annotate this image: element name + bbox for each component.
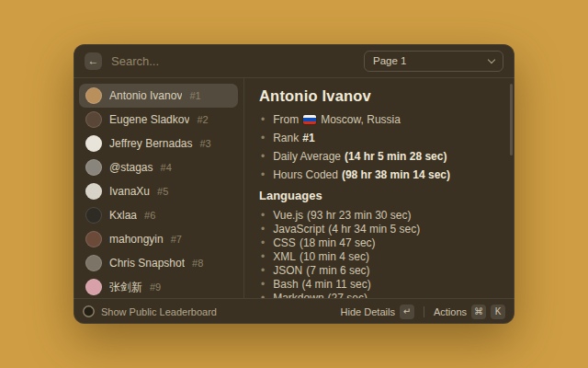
stat-value: (14 hr 5 min 28 sec) [345, 150, 447, 163]
user-name: Jeffrey Bernadas [109, 137, 193, 150]
bullet-icon: • [261, 168, 265, 181]
user-name: Chris Snapshot [109, 257, 185, 270]
language-row: • Bash (4 min 11 sec) [259, 278, 502, 291]
user-rank: #7 [171, 234, 182, 245]
avatar [85, 207, 102, 224]
detail-panel: Antonio Ivanov • From Moscow, Russia • R… [244, 78, 514, 298]
bullet-icon: • [261, 150, 265, 163]
avatar [85, 183, 102, 200]
user-rank: #9 [150, 282, 161, 293]
list-item[interactable]: mahongyin #7 [79, 227, 238, 251]
back-button[interactable]: ← [85, 52, 102, 70]
stat-label: From [273, 113, 299, 126]
russia-flag-icon [303, 115, 316, 124]
bullet-icon: • [261, 292, 265, 298]
leaderboard-extension-icon [83, 305, 95, 317]
language-row: • JavaScript (4 hr 34 min 5 sec) [259, 223, 502, 236]
language-time: (10 min 4 sec) [300, 250, 369, 263]
language-name: XML [273, 250, 296, 263]
list-item[interactable]: IvanaXu #5 [79, 179, 238, 203]
user-name: mahongyin [109, 233, 164, 246]
bullet-icon: • [261, 278, 265, 291]
stat-label: Hours Coded [273, 168, 338, 181]
stat-row: • Rank #1 [259, 132, 502, 144]
list-item[interactable]: Kxlaa #6 [79, 203, 238, 227]
language-name: Markdown [273, 292, 323, 298]
search-input[interactable] [111, 54, 355, 68]
enter-key-icon: ↵ [400, 305, 414, 319]
actions-label: Actions [434, 306, 467, 317]
stat-value: #1 [302, 132, 314, 144]
k-key-icon: K [491, 305, 505, 319]
header: ← Page 1 [74, 44, 514, 78]
language-name: Vue.js [273, 209, 303, 222]
avatar [85, 279, 102, 295]
hide-details-button[interactable]: Hide Details ↵ [341, 305, 414, 319]
stat-row: • Daily Average (14 hr 5 min 28 sec) [259, 150, 502, 163]
user-name: 张剑新 [109, 280, 142, 295]
hide-details-label: Hide Details [341, 306, 395, 317]
stat-row: • Hours Coded (98 hr 38 min 14 sec) [259, 168, 502, 181]
scrollbar[interactable] [510, 84, 513, 155]
language-name: JavaScript [273, 223, 324, 236]
language-name: CSS [273, 236, 296, 249]
avatar [85, 87, 102, 104]
bullet-icon: • [261, 264, 265, 277]
language-row: • XML (10 min 4 sec) [259, 250, 502, 263]
language-time: (7 min 6 sec) [306, 264, 369, 277]
bullet-icon: • [261, 132, 265, 144]
list-item[interactable]: Antonio Ivanov #1 [79, 84, 238, 108]
language-row: • JSON (7 min 6 sec) [259, 264, 502, 277]
content: Antonio Ivanov #1 Eugene Sladkov #2 Jeff… [74, 78, 514, 298]
bullet-icon: • [261, 223, 265, 236]
page-dropdown-value: Page 1 [373, 55, 406, 66]
user-name: IvanaXu [109, 185, 150, 198]
list-item[interactable]: Jeffrey Bernadas #3 [79, 132, 238, 155]
detail-title: Antonio Ivanov [259, 87, 502, 105]
avatar [85, 255, 102, 271]
stat-row: • From Moscow, Russia [259, 113, 502, 126]
user-rank: #4 [161, 162, 172, 173]
language-row: • Vue.js (93 hr 23 min 30 sec) [259, 209, 502, 222]
user-rank: #5 [157, 186, 168, 197]
list-item[interactable]: Chris Snapshot #8 [79, 251, 238, 275]
actions-button[interactable]: Actions ⌘ K [434, 305, 505, 319]
avatar [85, 231, 102, 247]
user-name: @stagas [109, 161, 153, 174]
leaderboard-list: Antonio Ivanov #1 Eugene Sladkov #2 Jeff… [74, 78, 244, 298]
languages-list: • Vue.js (93 hr 23 min 30 sec) • JavaScr… [259, 209, 502, 298]
user-name: Kxlaa [109, 209, 137, 222]
bullet-icon: • [261, 209, 265, 222]
raycast-window: ← Page 1 Antonio Ivanov #1 Eugene Sladko… [74, 44, 514, 324]
list-item[interactable]: 张剑新 #9 [79, 275, 238, 298]
user-rank: #8 [192, 258, 203, 269]
stat-value: Moscow, Russia [321, 113, 401, 126]
stat-value: (98 hr 38 min 14 sec) [342, 168, 450, 181]
avatar [85, 159, 102, 176]
chevron-down-icon [488, 55, 495, 63]
language-time: (4 min 11 sec) [302, 278, 371, 291]
languages-heading: Languages [259, 189, 502, 202]
avatar [85, 135, 102, 152]
user-rank: #6 [144, 210, 155, 221]
footer-command-label: Show Public Leaderboard [101, 306, 217, 317]
bullet-icon: • [261, 236, 265, 249]
page-dropdown[interactable]: Page 1 [364, 51, 503, 72]
language-time: (18 min 47 sec) [300, 236, 376, 249]
list-item[interactable]: @stagas #4 [79, 155, 238, 179]
footer-actions: Hide Details ↵ Actions ⌘ K [341, 305, 505, 319]
user-rank: #3 [200, 138, 211, 149]
language-time: (27 sec) [328, 292, 368, 298]
language-time: (4 hr 34 min 5 sec) [328, 223, 420, 236]
language-name: JSON [273, 264, 302, 277]
language-name: Bash [273, 278, 298, 291]
footer-divider [424, 306, 424, 317]
back-arrow-icon: ← [88, 54, 99, 67]
user-rank: #1 [189, 90, 200, 101]
user-rank: #2 [197, 114, 208, 125]
list-item[interactable]: Eugene Sladkov #2 [79, 108, 238, 132]
user-name: Eugene Sladkov [109, 113, 189, 126]
cmd-key-icon: ⌘ [471, 305, 486, 319]
stat-label: Rank [273, 132, 299, 144]
stat-label: Daily Average [273, 150, 341, 163]
